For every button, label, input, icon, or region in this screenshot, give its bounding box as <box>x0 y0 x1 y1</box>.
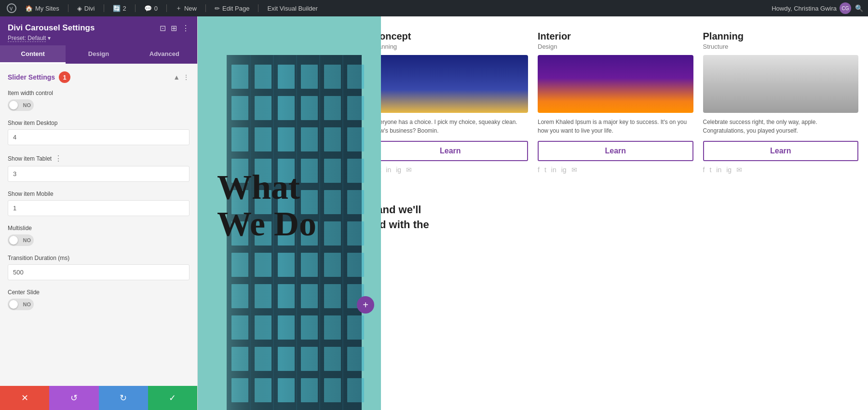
show-item-tablet-input[interactable] <box>8 166 190 182</box>
save-button[interactable]: ✓ <box>148 386 197 410</box>
edit-page-label: Edit Page <box>222 5 249 12</box>
user-avatar: CG <box>840 2 851 14</box>
multislide-toggle[interactable]: NO <box>8 234 34 246</box>
new-button[interactable]: ＋ New <box>176 4 197 13</box>
my-sites-menu[interactable]: 🏠 My Sites <box>25 5 59 12</box>
redo-button[interactable]: ↻ <box>99 386 148 410</box>
save-icon: ✓ <box>169 393 176 403</box>
email-icon-3[interactable]: ✉ <box>571 166 577 174</box>
hero-heading: What We Do <box>217 169 316 242</box>
card-img-concept <box>373 55 529 113</box>
card-desc-concept: Everyone has a choice. I pick my choice,… <box>373 118 529 135</box>
card-subtitle-concept: Planning <box>373 43 529 50</box>
email-icon-2[interactable]: ✉ <box>406 166 412 174</box>
settings-panel: Divi Carousel Settings ⊡ ⊞ ⋮ Preset: Def… <box>0 16 198 410</box>
interior-image <box>538 55 693 113</box>
wp-logo[interactable] <box>5 1 18 15</box>
panel-bottom-bar: ✕ ↺ ↻ ✓ <box>0 386 197 410</box>
linkedin-icon-2[interactable]: in <box>386 166 391 174</box>
instagram-icon-3[interactable]: ig <box>561 166 567 174</box>
show-item-desktop-input[interactable] <box>8 129 190 145</box>
canvas-area: What We Do Architecture Design <box>198 16 868 410</box>
card-btn-concept[interactable]: Learn <box>373 141 529 161</box>
card-concept: Concept Planning Everyone has a choice. … <box>373 31 529 174</box>
panel-tabs: Content Design Advanced <box>0 45 197 64</box>
card-btn-planning[interactable]: Learn <box>703 141 859 161</box>
user-info: Howdy, Christina Gwira CG <box>772 2 851 14</box>
responsive-icon[interactable]: ⊡ <box>160 24 166 33</box>
multislide-label: Multislide <box>8 225 32 232</box>
tab-content[interactable]: Content <box>0 45 66 64</box>
search-icon[interactable]: 🔍 <box>855 4 863 12</box>
card-subtitle-interior: Design <box>538 43 693 50</box>
preset-label: Preset: Default <box>8 35 46 42</box>
multislide-toggle-label: NO <box>23 237 31 243</box>
divi-icon: ◈ <box>77 5 82 12</box>
edit-page-button[interactable]: ✏ Edit Page <box>215 5 249 12</box>
transition-duration-input[interactable] <box>8 264 190 280</box>
panel-body: Slider Settings 1 ▲ ⋮ Item width control… <box>0 64 197 386</box>
admin-bar: 🏠 My Sites ◈ Divi 🔄 2 💬 0 ＋ New ✏ Edit P… <box>0 0 868 16</box>
more-icon[interactable]: ⋮ <box>182 24 190 33</box>
item-width-toggle[interactable]: NO <box>8 99 34 111</box>
facebook-icon-4[interactable]: f <box>703 166 705 174</box>
card-img-interior <box>538 55 693 113</box>
tab-design[interactable]: Design <box>66 45 131 64</box>
updates-count: 2 <box>123 5 126 12</box>
divi-label: Divi <box>84 5 95 12</box>
card-desc-interior: Lorem Khaled Ipsum is a major key to suc… <box>538 118 693 135</box>
linkedin-icon-4[interactable]: in <box>716 166 721 174</box>
divi-menu[interactable]: ◈ Divi <box>77 5 95 12</box>
show-item-mobile-input[interactable] <box>8 200 190 216</box>
concept-image <box>373 55 529 113</box>
show-item-desktop-label: Show item Desktop <box>8 120 57 126</box>
transition-duration-label: Transition Duration (ms) <box>8 255 69 261</box>
show-item-tablet-field: Show item Tablet ⋮ <box>8 154 190 182</box>
instagram-icon-4[interactable]: ig <box>726 166 732 174</box>
undo-icon: ↺ <box>70 393 78 403</box>
comments-count: 0 <box>154 5 158 12</box>
preset-selector[interactable]: Preset: Default ▾ <box>8 35 190 41</box>
updates-menu[interactable]: 🔄 2 <box>113 5 126 12</box>
new-label: New <box>184 5 197 12</box>
my-sites-label: My Sites <box>35 5 59 12</box>
twitter-icon-4[interactable]: t <box>709 166 711 174</box>
show-item-tablet-label: Show item Tablet <box>8 155 52 162</box>
card-title-planning: Planning <box>703 31 859 42</box>
linkedin-icon-3[interactable]: in <box>551 166 556 174</box>
hero-heading-line1: What <box>217 169 316 206</box>
howdy-label: Howdy, Christina Gwira <box>772 5 837 12</box>
cancel-button[interactable]: ✕ <box>0 386 49 410</box>
panel-title: Divi Carousel Settings <box>8 23 95 33</box>
center-slide-toggle[interactable]: NO <box>8 299 34 310</box>
card-subtitle-planning: Structure <box>703 43 859 50</box>
undo-button[interactable]: ↺ <box>49 386 98 410</box>
comments-menu[interactable]: 💬 0 <box>144 5 158 12</box>
section-badge: 1 <box>59 71 70 83</box>
multislide-field: Multislide NO <box>8 225 190 246</box>
section-header: Slider Settings 1 ▲ ⋮ <box>8 71 190 83</box>
tab-advanced[interactable]: Advanced <box>132 45 197 64</box>
twitter-icon-3[interactable]: t <box>544 166 546 174</box>
card-interior: Interior Design Lorem Khaled Ipsum is a … <box>538 31 693 174</box>
cancel-icon: ✕ <box>21 393 28 403</box>
panel-header-icons: ⊡ ⊞ ⋮ <box>160 24 190 33</box>
exit-builder-button[interactable]: Exit Visual Builder <box>267 5 318 12</box>
card-title-concept: Concept <box>373 31 529 42</box>
card-social-planning: f t in ig ✉ <box>703 166 859 174</box>
card-planning: Planning Structure Celebrate success rig… <box>703 31 859 174</box>
card-btn-interior[interactable]: Learn <box>538 141 693 161</box>
section-collapse-btn[interactable]: ▲ <box>173 73 180 81</box>
hero-background: What We Do <box>198 16 381 410</box>
columns-icon[interactable]: ⊞ <box>171 24 177 33</box>
add-element-button[interactable]: + <box>357 296 374 314</box>
instagram-icon-2[interactable]: ig <box>396 166 401 174</box>
section-options-btn[interactable]: ⋮ <box>183 73 190 81</box>
redo-icon: ↻ <box>120 393 127 403</box>
tablet-dots-icon[interactable]: ⋮ <box>54 154 62 163</box>
show-item-mobile-label: Show item Mobile <box>8 191 54 197</box>
facebook-icon-3[interactable]: f <box>538 166 540 174</box>
main-area: Divi Carousel Settings ⊡ ⊞ ⋮ Preset: Def… <box>0 16 868 410</box>
email-icon-4[interactable]: ✉ <box>736 166 742 174</box>
show-item-mobile-field: Show item Mobile <box>8 191 190 216</box>
